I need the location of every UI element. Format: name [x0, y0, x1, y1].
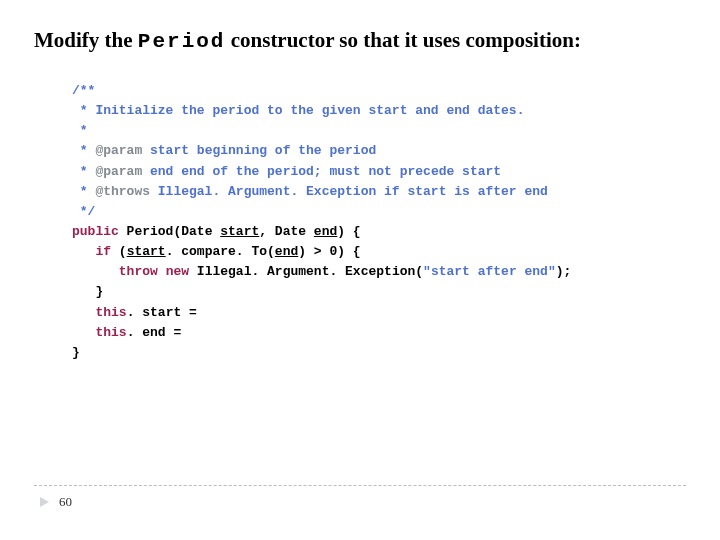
- code-line: if (start. compare. To(end) > 0) {: [72, 242, 686, 262]
- code-line: * @throws Illegal. Argument. Exception i…: [72, 182, 686, 202]
- code-line: */: [72, 202, 686, 222]
- code-line: *: [72, 121, 686, 141]
- code-line: * @param start beginning of the period: [72, 141, 686, 161]
- page-marker-icon: [40, 497, 49, 507]
- code-line: throw new Illegal. Argument. Exception("…: [72, 262, 686, 282]
- code-line: * @param end end of the period; must not…: [72, 162, 686, 182]
- title-pre: Modify the: [34, 28, 138, 52]
- title-code: Period: [138, 30, 226, 53]
- code-line: public Period(Date start, Date end) {: [72, 222, 686, 242]
- slide-title: Modify the Period constructor so that it…: [34, 28, 686, 53]
- code-line: this. end =: [72, 323, 686, 343]
- code-block: /** * Initialize the period to the given…: [72, 81, 686, 363]
- code-line: }: [72, 282, 686, 302]
- slide-footer: 60: [0, 485, 720, 510]
- code-line: this. start =: [72, 303, 686, 323]
- title-post: constructor so that it uses composition:: [225, 28, 580, 52]
- code-line: * Initialize the period to the given sta…: [72, 101, 686, 121]
- footer-divider: [34, 485, 686, 486]
- page-number: 60: [59, 494, 72, 510]
- code-line: }: [72, 343, 686, 363]
- code-line: /**: [72, 81, 686, 101]
